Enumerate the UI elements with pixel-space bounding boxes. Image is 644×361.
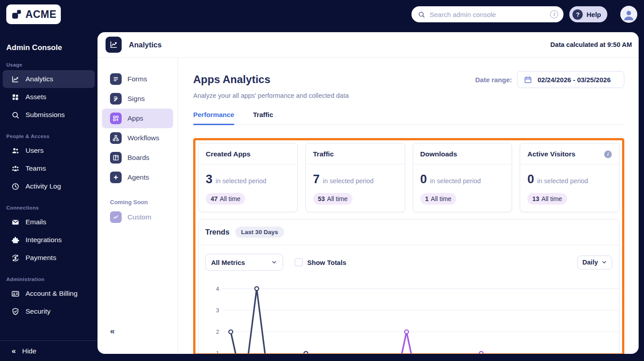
subnav-item-label: Custom [127,213,151,221]
sidebar-item-submissions[interactable]: Submissions [3,106,95,124]
stat-card-downloads: Downloads 0 in selected period 1All time [413,143,513,212]
date-range-value: 02/24/2026 - 03/25/2026 [538,76,610,84]
page-subtitle: Analyze your all apps' performance and c… [193,92,624,99]
agents-icon [110,172,122,183]
hide-sidebar-button[interactable]: « Hide [0,340,97,361]
sidebar-item-label: Analytics [25,75,53,83]
person-icon [622,8,636,22]
chevron-down-icon [601,259,607,265]
assets-icon [11,92,20,101]
sidebar-item-teams[interactable]: Teams [3,160,95,177]
search-info-icon[interactable]: i [550,10,558,18]
help-button[interactable]: ? Help [569,6,607,22]
sidebar-item-payments[interactable]: Payments [3,249,95,267]
alltime-badge: 53All time [313,193,352,205]
subnav-item-boards[interactable]: Boards [102,148,173,168]
svg-text:3: 3 [216,307,219,314]
puzzle-icon [11,235,20,244]
panel-header: Analytics Data calculated at 9:50 AM [97,32,639,58]
alltime-label: All time [542,195,562,202]
stat-value: 0 [420,172,427,186]
stat-title: Traffic [313,150,334,158]
stat-value: 7 [313,172,320,186]
alltime-value: 1 [425,195,429,202]
section-label-usage: Usage [6,62,91,67]
section-label-people-access: People & Access [6,134,91,139]
alltime-value: 53 [318,195,325,202]
collapse-subnav-button[interactable]: « [110,326,115,336]
sidebar-item-analytics[interactable]: Analytics [3,70,95,88]
alltime-value: 47 [211,195,218,202]
custom-chart-icon [110,211,122,223]
boards-icon [110,152,122,164]
main-panel: Analytics Data calculated at 9:50 AM For… [97,32,639,354]
search-icon [418,11,425,18]
tab-performance[interactable]: Performance [193,111,234,124]
highlighted-region: Created Apps 3 in selected period 47All … [193,138,624,354]
sidebar-item-label: Integrations [25,236,62,244]
sidebar-item-label: Account & Billing [25,290,77,298]
subnav-item-workflows[interactable]: Workflows [102,128,173,148]
svg-text:1: 1 [216,350,219,353]
stat-value: 0 [527,172,534,186]
tab-traffic[interactable]: Traffic [253,111,273,124]
stat-title: Downloads [420,150,458,158]
sidebar-item-security[interactable]: Security [3,302,95,320]
trends-card: Trends Last 30 Days All Metrics Show Tot… [198,219,619,354]
subnav-item-label: Forms [127,75,147,83]
admin-search[interactable]: i [411,6,564,22]
stat-title: Created Apps [206,150,250,158]
subnav-item-custom[interactable]: Custom [102,207,173,227]
signs-icon [110,93,122,105]
calendar-icon [524,76,532,84]
envelope-icon [11,218,20,227]
logo-text: ACME [25,8,57,21]
show-totals-toggle[interactable]: Show Totals [295,258,346,266]
shield-icon [11,307,20,316]
sidebar-item-account-billing[interactable]: Account & Billing [3,285,95,302]
subnav-item-apps[interactable]: Apps [102,109,173,128]
sidebar-item-label: Activity Log [25,182,61,190]
subnav-item-agents[interactable]: Agents [102,168,173,187]
chevron-down-icon [271,259,277,265]
users-icon [11,146,20,155]
metrics-filter-select[interactable]: All Metrics [205,254,283,271]
alltime-badge: 47All time [206,193,245,205]
trends-chart-area: 4321 [199,278,619,353]
interval-select[interactable]: Daily [577,256,612,269]
subnav-item-label: Agents [127,173,149,181]
trends-title: Trends [205,228,229,236]
topbar: ACME i ? Help [0,0,644,29]
user-avatar[interactable] [620,6,637,23]
hide-label: Hide [22,347,36,355]
svg-text:2: 2 [216,329,219,335]
acme-logo[interactable]: ACME [6,4,61,24]
chevrons-left-icon: « [12,347,16,356]
stat-period-label: in selected period [323,177,374,185]
subnav-item-signs[interactable]: Signs [102,89,173,109]
search-input[interactable] [429,11,550,18]
date-range-picker[interactable]: 02/24/2026 - 03/25/2026 [517,71,624,88]
search-icon [11,110,20,119]
workflows-icon [110,132,122,144]
sidebar-item-emails[interactable]: Emails [3,213,95,231]
sidebar-item-assets[interactable]: Assets [3,88,95,106]
subnav-item-forms[interactable]: Forms [102,69,173,89]
date-range-label: Date range: [475,76,512,84]
subnav-item-label: Boards [127,154,149,162]
stat-title: Active Visitors [527,150,575,158]
sidebar-item-users[interactable]: Users [3,142,95,160]
stat-period-label: in selected period [216,177,267,185]
sidebar-item-integrations[interactable]: Integrations [3,231,95,249]
sidebar-item-label: Security [25,307,51,315]
data-calculated-text: Data calculated at 9:50 AM [551,41,632,48]
page-title: Apps Analytics [193,73,271,86]
stat-card-active-visitors: Active Visitors i 0 in selected period 1… [520,143,619,212]
show-totals-checkbox[interactable] [295,258,303,266]
sidebar-item-activity-log[interactable]: Activity Log [3,177,95,195]
panel-title: Analytics [129,41,161,49]
stat-period-label: in selected period [537,177,588,185]
info-icon[interactable]: i [604,151,612,158]
sidebar-item-label: Payments [25,254,56,262]
teams-icon [11,164,20,173]
